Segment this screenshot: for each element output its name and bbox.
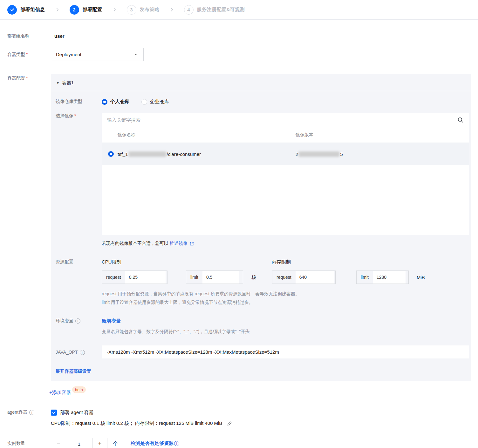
step-label: 部署组信息 bbox=[20, 7, 45, 13]
container-type-label: 容器类型 bbox=[7, 52, 25, 57]
step-number: 3 bbox=[127, 5, 136, 15]
cpu-limit-group: limit bbox=[186, 271, 243, 284]
radio-label: 企业仓库 bbox=[150, 99, 169, 105]
checkbox-checked-icon[interactable] bbox=[51, 410, 57, 416]
cpu-request-label: request bbox=[102, 271, 125, 284]
decrement-button[interactable]: − bbox=[51, 438, 66, 448]
mem-limit-group: limit bbox=[356, 271, 409, 284]
collapse-triangle-icon: ▼ bbox=[56, 81, 59, 85]
image-table-empty-area bbox=[102, 165, 469, 235]
image-version-cell: 25 bbox=[296, 151, 469, 157]
image-name-cell: tsf_1/clare-consumer bbox=[118, 151, 296, 157]
info-icon[interactable] bbox=[174, 441, 179, 446]
beta-badge: beta bbox=[72, 386, 86, 393]
instance-count-input[interactable] bbox=[66, 438, 92, 448]
step-label: 发布策略 bbox=[140, 7, 160, 13]
info-icon[interactable] bbox=[80, 350, 85, 355]
required-asterisk: * bbox=[26, 52, 28, 57]
expand-advanced-settings-link[interactable]: 展开容器高级设置 bbox=[56, 369, 91, 374]
cpu-request-group: request bbox=[102, 271, 167, 284]
env-var-note: 变量名只能包含字母、数字及分隔符("-"、"_"、".")，且必须以字母或"_"… bbox=[102, 329, 249, 335]
step-number: 2 bbox=[70, 5, 79, 15]
step-service-registry-observability: 4 服务注册配置&可观测 bbox=[184, 5, 245, 15]
instance-count-stepper: − + bbox=[51, 438, 107, 448]
image-table-header: 镜像名称 镜像版本 bbox=[102, 127, 469, 143]
resource-note-line1: request 用于预分配资源，当集群中的节点没有 request 所要求的资源… bbox=[102, 290, 425, 298]
instance-count-label: 实例数量 bbox=[7, 438, 51, 446]
step-release-strategy: 3 发布策略 bbox=[127, 5, 160, 15]
chevron-down-icon bbox=[134, 52, 139, 57]
resource-note-line2: limit 用于设置容器使用资源的最大上限，避免异常情况下节点资源消耗过多。 bbox=[102, 298, 425, 307]
image-version-prefix: 2 bbox=[296, 151, 298, 157]
agent-resource-detail: CPU限制：request 0.1 核 limit 0.2 核； 内存限制：re… bbox=[51, 420, 222, 426]
container-panel-title: 容器1 bbox=[62, 80, 74, 86]
info-icon[interactable] bbox=[29, 410, 34, 415]
cpu-limit-label: limit bbox=[186, 271, 202, 284]
wizard-stepper: 部署组信息 2 部署配置 3 发布策略 4 服务注册配置&可观测 bbox=[0, 0, 478, 20]
info-icon[interactable] bbox=[75, 318, 80, 324]
group-name-label: 部署组名称 bbox=[7, 33, 51, 39]
agent-container-label: agent容器 bbox=[7, 410, 27, 415]
required-asterisk: * bbox=[74, 113, 76, 118]
step-done-check-icon bbox=[7, 5, 17, 15]
cpu-request-input[interactable] bbox=[125, 271, 166, 284]
cpu-limit-input[interactable] bbox=[202, 271, 239, 284]
step-label: 部署配置 bbox=[83, 7, 102, 13]
radio-label: 个人仓库 bbox=[110, 99, 129, 105]
cpu-unit: 核 bbox=[251, 274, 256, 280]
image-table-row[interactable]: tsf_1/clare-consumer 25 bbox=[102, 143, 469, 165]
image-name-suffix: /clare-consumer bbox=[167, 151, 201, 157]
container-1-collapse-toggle[interactable]: ▼ 容器1 bbox=[51, 74, 471, 91]
deploy-config-form: 部署组名称 user 容器类型* Deployment 容器配置* ▼ 容器1 … bbox=[0, 33, 478, 448]
radio-personal-repo[interactable]: 个人仓库 bbox=[102, 99, 129, 105]
container-type-select[interactable]: Deployment bbox=[51, 48, 144, 61]
redacted-text bbox=[299, 151, 339, 157]
edit-pencil-icon[interactable] bbox=[227, 421, 232, 426]
container-type-selected-value: Deployment bbox=[56, 52, 81, 57]
image-select-label: 选择镜像 bbox=[56, 113, 73, 118]
radio-selected-icon[interactable] bbox=[108, 151, 114, 157]
group-name-value: user bbox=[51, 33, 65, 39]
image-search-box bbox=[102, 113, 469, 127]
deploy-agent-checkbox-row[interactable]: 部署 agent 容器 bbox=[51, 410, 232, 416]
push-image-link[interactable]: 推送镜像 bbox=[170, 241, 188, 246]
chevron-right-icon bbox=[169, 7, 174, 12]
java-opt-input[interactable] bbox=[102, 345, 469, 358]
container-panel: ▼ 容器1 镜像仓库类型 个人仓库 企业仓库 bbox=[51, 74, 471, 381]
mem-request-label: request bbox=[272, 271, 296, 284]
chevron-right-icon bbox=[112, 7, 117, 12]
divider bbox=[51, 91, 471, 91]
env-vars-label: 环境变量 bbox=[56, 318, 73, 324]
image-version-column-header: 镜像版本 bbox=[296, 132, 469, 138]
mem-request-input[interactable] bbox=[296, 271, 334, 284]
mem-limit-label: limit bbox=[357, 271, 373, 284]
step-number: 4 bbox=[184, 5, 194, 15]
instance-unit: 个 bbox=[113, 438, 118, 447]
add-env-var-link[interactable]: 新增变量 bbox=[102, 318, 249, 324]
radio-selected-icon bbox=[102, 99, 107, 105]
image-picker: 镜像名称 镜像版本 tsf_1/clare-consumer 25 bbox=[102, 113, 469, 235]
mem-unit: MiB bbox=[417, 275, 425, 280]
step-deploy-config[interactable]: 2 部署配置 bbox=[70, 5, 102, 15]
radio-enterprise-repo[interactable]: 企业仓库 bbox=[141, 99, 169, 105]
redacted-text bbox=[129, 151, 166, 157]
repo-type-label: 镜像仓库类型 bbox=[56, 99, 102, 105]
deploy-agent-checkbox-label: 部署 agent 容器 bbox=[60, 410, 94, 416]
radio-unselected-icon bbox=[141, 99, 147, 105]
chevron-right-icon bbox=[55, 7, 60, 12]
check-resources-link[interactable]: 检测是否有足够资源 bbox=[131, 440, 174, 446]
image-name-prefix: tsf_1 bbox=[118, 151, 128, 157]
increment-button[interactable]: + bbox=[92, 438, 107, 448]
mem-limit-input[interactable] bbox=[373, 271, 406, 284]
step-deploy-group-info[interactable]: 部署组信息 bbox=[7, 5, 45, 15]
java-opt-label: JAVA_OPT bbox=[56, 350, 78, 355]
image-version-suffix: 5 bbox=[340, 151, 343, 157]
image-name-column-header: 镜像名称 bbox=[118, 132, 296, 138]
mem-limit-title: 内存限制 bbox=[272, 259, 291, 265]
image-search-input[interactable] bbox=[107, 117, 457, 123]
search-icon[interactable] bbox=[457, 117, 464, 123]
add-container-link[interactable]: +添加容器 bbox=[49, 390, 71, 396]
step-label: 服务注册配置&可观测 bbox=[197, 7, 245, 13]
external-link-icon[interactable] bbox=[189, 241, 194, 246]
resources-label: 资源配置 bbox=[56, 259, 102, 307]
